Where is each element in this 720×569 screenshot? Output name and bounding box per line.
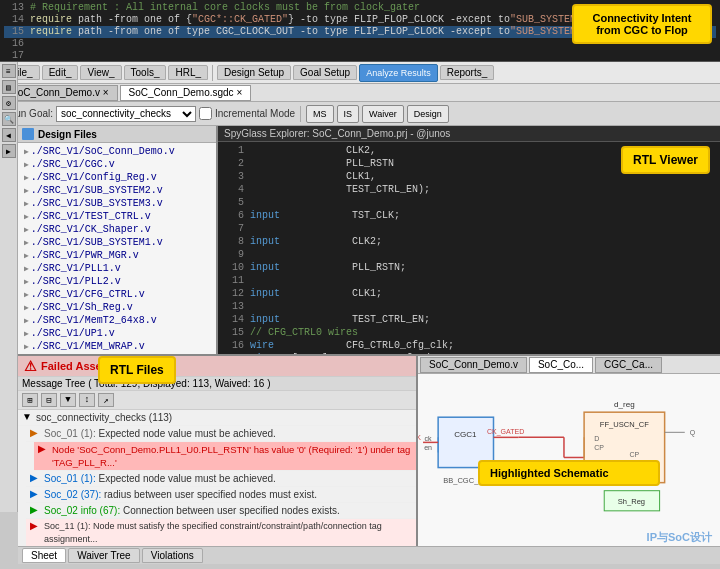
msg-soc-02[interactable]: ▶ Soc_02 (37): radius between user speci… [26, 487, 416, 503]
incremental-mode-checkbox[interactable] [199, 107, 212, 120]
failed-assertion-panel: ⚠ Failed Assertion Message Tree ( Total:… [18, 356, 418, 546]
file-item-pwr-mgr[interactable]: ▶./SRC_V1/PWR_MGR.v [20, 249, 214, 262]
rtl-line-5: 5 [222, 196, 716, 209]
file-tabs: SoC_Conn_Demo.v × SoC_Conn_Demo.sgdc × [0, 84, 720, 102]
file-item-pll2[interactable]: ▶./SRC_V1/PLL2.v [20, 275, 214, 288]
file-item-cgc[interactable]: ▶./SRC_V1/CGC.v [20, 158, 214, 171]
sidebar-icon-gear[interactable]: ⚙ [2, 96, 16, 110]
rtl-line-4: 4 TEST_CTRL_EN); [222, 183, 716, 196]
svg-text:ck: ck [425, 435, 433, 442]
sidebar-icon-list[interactable]: ▤ [2, 80, 16, 94]
design-files-header: Design Files [18, 126, 216, 143]
connectivity-intent-callout: Connectivity Intent from CGC to Flop [572, 4, 712, 44]
svg-text:CK_GATED: CK_GATED [487, 428, 524, 436]
svg-text:CP: CP [629, 451, 639, 458]
file-item-test-ctrl[interactable]: ▶./SRC_V1/TEST_CTRL.v [20, 210, 214, 223]
menu-toolbar: File_ Edit_ View_ Tools_ HRL_ Design Set… [0, 62, 720, 84]
rtl-line-8: 8 input CLK2; [222, 235, 716, 248]
main-content-area: Design Files ▶./SRC_V1/SoC_Conn_Demo.v ▶… [18, 126, 720, 356]
file-item-config-reg[interactable]: ▶./SRC_V1/Config_Reg.v [20, 171, 214, 184]
file-item-ck-shaper[interactable]: ▶./SRC_V1/CK_Shaper.v [20, 223, 214, 236]
file-item-mem-wrap[interactable]: ▶./SRC_V1/MEM_WRAP.v [20, 340, 214, 353]
file-item-cfg-ctrl[interactable]: ▶./SRC_V1/CFG_CTRL.v [20, 288, 214, 301]
bottom-tabs: Sheet Waiver Tree Violations [18, 546, 720, 564]
goal-select[interactable]: soc_connectivity_checks [56, 106, 196, 122]
svg-text:FF_USCN_CF: FF_USCN_CF [600, 420, 649, 429]
highlighted-schematic-callout: Highlighted Schematic [478, 460, 660, 486]
rtl-line-10: 10 input PLL_RSTN; [222, 261, 716, 274]
sidebar-icon-menu[interactable]: ≡ [2, 64, 16, 78]
left-sidebar: ≡ ▤ ⚙ 🔍 ◀ ▶ [0, 62, 18, 512]
file-item-sub-sys2[interactable]: ▶./SRC_V1/SUB_SYSTEM2.v [20, 184, 214, 197]
rtl-line-6: 6 input TST_CLK; [222, 209, 716, 222]
file-item-sub-sys3[interactable]: ▶./SRC_V1/SUB_SYSTEM3.v [20, 197, 214, 210]
design-button[interactable]: Design [407, 105, 449, 123]
tab-soc-conn-v[interactable]: SoC_Conn_Demo.v × [2, 85, 118, 101]
incremental-mode-label: Incremental Mode [215, 108, 295, 119]
failed-assertion-header: ⚠ Failed Assertion [18, 356, 416, 377]
message-tree-toolbar: ⊞ ⊟ ▼ ↕ ↗ [18, 391, 416, 410]
sidebar-icon-search[interactable]: 🔍 [2, 112, 16, 126]
message-list: ▼ soc_connectivity_checks (113) ▶ Soc_01… [18, 410, 416, 546]
msg-soc-01-node[interactable]: ▶ Node 'SoC_Conn_Demo.PLL1_U0.PLL_RSTN' … [34, 442, 416, 471]
filter-button[interactable]: ▼ [60, 393, 76, 407]
rtl-line-7: 7 [222, 222, 716, 235]
collapse-all-button[interactable]: ⊟ [41, 393, 57, 407]
menu-design-setup[interactable]: Design Setup [217, 65, 291, 80]
schematic-panel: SoC_Conn_Demo.v SoC_Co... CGC_Ca... CGC1… [418, 356, 720, 546]
menu-analyze-results[interactable]: Analyze Results [359, 64, 438, 82]
file-item-up1[interactable]: ▶./SRC_V1/UP1.v [20, 327, 214, 340]
design-files-title: Design Files [38, 129, 97, 140]
menu-hrl[interactable]: HRL_ [168, 65, 208, 80]
separator [212, 65, 213, 81]
msg-soc-01[interactable]: ▶ Soc_01 (1): Expected node value must b… [26, 426, 416, 442]
bottom-section: ⚠ Failed Assertion Message Tree ( Total:… [18, 356, 720, 546]
is-button[interactable]: IS [337, 105, 360, 123]
rtl-line-9: 9 [222, 248, 716, 261]
rtl-line-15: 15 // CFG_CTRL0 wires [222, 326, 716, 339]
svg-text:CK: CK [418, 434, 421, 441]
tab-soc-conn-sgdc[interactable]: SoC_Conn_Demo.sgdc × [120, 85, 252, 101]
waiver-button[interactable]: Waiver [362, 105, 404, 123]
menu-view[interactable]: View_ [80, 65, 121, 80]
menu-edit[interactable]: Edit_ [42, 65, 79, 80]
watermark: IP与SoC设计 [647, 530, 712, 545]
msg-root[interactable]: ▼ soc_connectivity_checks (113) [18, 410, 416, 426]
export-button[interactable]: ↗ [98, 393, 114, 407]
file-item-soc-conn[interactable]: ▶./SRC_V1/SoC_Conn_Demo.v [20, 145, 214, 158]
menu-tools[interactable]: Tools_ [124, 65, 167, 80]
design-files-icon [22, 128, 34, 140]
rtl-viewer-callout: RTL Viewer [621, 146, 710, 174]
svg-text:en: en [424, 444, 432, 451]
sidebar-icon-forward[interactable]: ▶ [2, 144, 16, 158]
code-line-17: 17 [4, 50, 716, 62]
run-toolbar: Run Goal: soc_connectivity_checks Increm… [0, 102, 720, 126]
rtl-line-13: 13 [222, 300, 716, 313]
rtl-viewer-title: SpyGlass Explorer: SoC_Conn_Demo.prj - @… [224, 128, 450, 139]
svg-text:CGC1: CGC1 [454, 430, 477, 439]
msg-soc-01-b[interactable]: ▶ Soc_01 (1): Expected node value must b… [26, 471, 416, 487]
file-item-pll1[interactable]: ▶./SRC_V1/PLL1.v [20, 262, 214, 275]
file-item-sub-sys1[interactable]: ▶./SRC_V1/SUB_SYSTEM1.v [20, 236, 214, 249]
svg-text:CP: CP [594, 444, 604, 451]
menu-goal-setup[interactable]: Goal Setup [293, 65, 357, 80]
schematic-tab-soc2[interactable]: SoC_Co... [529, 357, 593, 373]
tab-waiver-tree[interactable]: Waiver Tree [68, 548, 140, 563]
message-tree-header: Message Tree ( Total: 129, Displayed: 11… [18, 377, 416, 391]
schematic-tab-cgc[interactable]: CGC_Ca... [595, 357, 662, 373]
tab-violations[interactable]: Violations [142, 548, 203, 563]
menu-reports[interactable]: Reports_ [440, 65, 495, 80]
msg-soc-02-info[interactable]: ▶ Soc_02 info (67): Connection between u… [26, 503, 416, 519]
schematic-tab-soc[interactable]: SoC_Conn_Demo.v [420, 357, 527, 373]
file-item-memt2[interactable]: ▶./SRC_V1/MemT2_64x8.v [20, 314, 214, 327]
file-item-sh-reg[interactable]: ▶./SRC_V1/Sh_Reg.v [20, 301, 214, 314]
sidebar-icon-back[interactable]: ◀ [2, 128, 16, 142]
tab-sheet[interactable]: Sheet [22, 548, 66, 563]
msg-soc-11[interactable]: ▶ Soc_11 (1): Node must satisfy the spec… [26, 519, 416, 546]
svg-text:D: D [594, 435, 599, 442]
design-files-panel: Design Files ▶./SRC_V1/SoC_Conn_Demo.v ▶… [18, 126, 218, 354]
sort-button[interactable]: ↕ [79, 393, 95, 407]
expand-all-button[interactable]: ⊞ [22, 393, 38, 407]
svg-text:d_reg: d_reg [614, 400, 635, 409]
ms-button[interactable]: MS [306, 105, 334, 123]
